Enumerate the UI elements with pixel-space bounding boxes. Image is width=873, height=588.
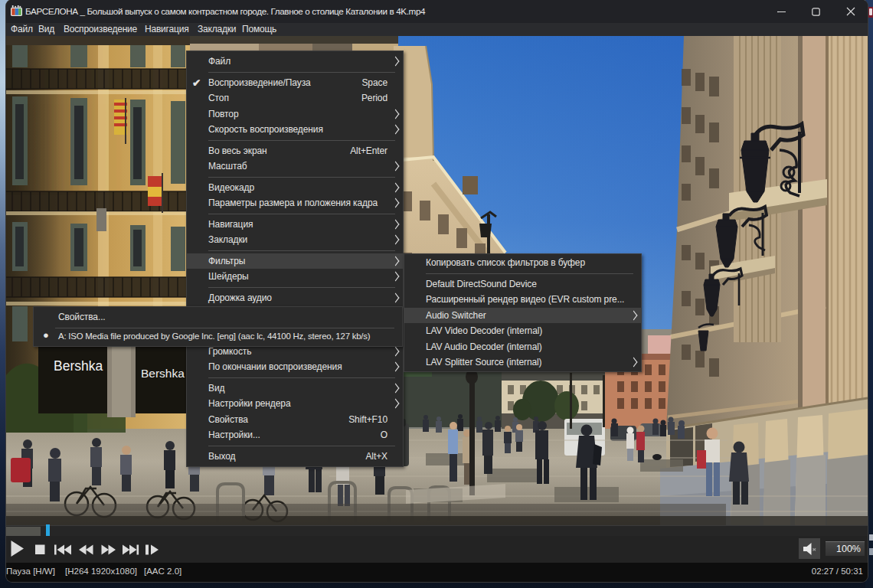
- svg-text:Bershka: Bershka: [54, 358, 103, 374]
- svg-text:Bershka: Bershka: [141, 367, 185, 380]
